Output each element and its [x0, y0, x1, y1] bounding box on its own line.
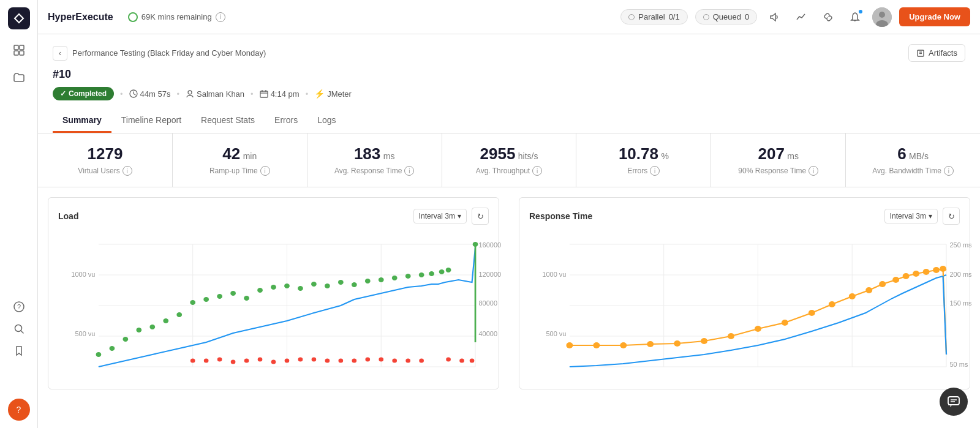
svg-point-53 [325, 283, 330, 288]
tab-request-stats[interactable]: Request Stats [191, 109, 265, 133]
stat-value-throughput: 2955 hits/s [480, 145, 538, 163]
svg-text:500 vu: 500 vu [75, 330, 95, 337]
stat-errors: 10.78 % Errors i [576, 133, 711, 187]
svg-text:50 ms: 50 ms [950, 361, 968, 367]
remaining-info-icon[interactable]: i [216, 12, 225, 22]
svg-point-84 [446, 358, 451, 362]
stats-row: 1279 Virtual Users i 42 min Ramp-up Time… [38, 133, 980, 187]
link-icon-btn[interactable] [818, 7, 838, 27]
load-chart-title: Load [58, 211, 78, 221]
chevron-down-icon: ▾ [458, 212, 461, 220]
status-circle-icon [128, 12, 138, 22]
clock-icon [129, 89, 138, 98]
svg-point-39 [136, 328, 141, 332]
svg-text:500 vu: 500 vu [546, 330, 566, 337]
sidebar-icon-folder[interactable] [8, 66, 30, 88]
response-refresh-button[interactable]: ↻ [943, 208, 960, 225]
checkmark-icon: ✓ [60, 89, 66, 98]
svg-point-83 [419, 359, 424, 363]
navbar-brand: HyperExecute [48, 12, 113, 23]
svg-point-52 [311, 282, 317, 287]
remaining-label: 69K mins remaining [141, 12, 212, 21]
parallel-value: 0/1 [669, 12, 680, 21]
avatar[interactable] [872, 7, 892, 27]
tab-logs[interactable]: Logs [307, 109, 345, 133]
stat-info-avg-response[interactable]: i [404, 166, 414, 176]
svg-rect-1 [14, 45, 18, 50]
sidebar-icon-bookmark[interactable] [8, 340, 30, 362]
stat-label-90-response: 90% Response Time i [738, 166, 818, 176]
charts-row: Load Interval 3m ▾ ↻ [38, 187, 980, 399]
tab-timeline-report[interactable]: Timeline Report [111, 109, 191, 133]
svg-point-77 [338, 359, 343, 363]
svg-point-86 [470, 359, 475, 363]
back-button[interactable]: ‹ [53, 46, 67, 61]
svg-text:?: ? [17, 303, 20, 310]
sidebar-icon-search[interactable] [8, 318, 30, 340]
chart-icon-btn[interactable] [791, 7, 811, 27]
meta-sep-4: • [306, 89, 309, 99]
response-chart-title: Response Time [529, 211, 592, 221]
user-icon [186, 89, 194, 98]
load-refresh-button[interactable]: ↻ [472, 208, 489, 225]
tool-meta: ⚡ JMeter [314, 89, 352, 99]
svg-point-37 [109, 346, 115, 351]
page-header: ‹ Performance Testing (Black Friday and … [38, 34, 980, 133]
load-chart-controls: Interval 3m ▾ ↻ [413, 208, 489, 225]
svg-point-46 [230, 291, 236, 296]
sidebar-icon-help[interactable]: ? [8, 296, 30, 318]
speaker-icon-btn[interactable] [764, 7, 784, 27]
stat-avg-response: 183 ms Avg. Response Time i [307, 133, 442, 187]
calendar-icon [260, 89, 268, 98]
sidebar-bottom: ? ? [8, 296, 30, 421]
stat-info-virtual-users[interactable]: i [123, 166, 132, 176]
svg-point-59 [405, 274, 411, 279]
breadcrumb: ‹ Performance Testing (Black Friday and … [53, 44, 965, 62]
svg-text:80000: 80000 [479, 299, 498, 306]
svg-text:1000 vu: 1000 vu [542, 271, 566, 277]
tab-errors[interactable]: Errors [265, 109, 307, 133]
stat-info-bandwidth[interactable]: i [944, 166, 954, 176]
stat-info-errors[interactable]: i [650, 166, 660, 176]
tab-summary[interactable]: Summary [53, 109, 111, 133]
tool-value: JMeter [327, 89, 352, 99]
chat-icon [947, 395, 960, 408]
upgrade-button[interactable]: Upgrade Now [899, 7, 970, 26]
artifacts-label: Artifacts [929, 48, 957, 58]
svg-point-48 [257, 288, 263, 293]
stat-info-throughput[interactable]: i [532, 166, 542, 176]
stat-value-errors: 10.78 % [619, 145, 669, 163]
svg-point-75 [312, 358, 317, 362]
sidebar-icon-grid[interactable] [8, 39, 30, 61]
stat-info-90-response[interactable]: i [809, 166, 818, 176]
svg-point-82 [405, 359, 410, 363]
status-badge: ✓ Completed [53, 87, 114, 100]
meta-sep-1: • [120, 89, 123, 99]
help-button[interactable]: ? [8, 399, 30, 421]
load-chart-svg: 1000 vu 500 vu 160000 120000 80000 40000 [58, 232, 489, 379]
queued-value: 0 [745, 12, 749, 21]
svg-point-47 [244, 296, 249, 301]
parallel-dot-icon [628, 14, 635, 20]
response-chart-svg-container: 1000 vu 500 vu 250 ms 200 ms 150 ms 50 m… [529, 232, 960, 379]
parallel-badge: Parallel 0/1 [620, 9, 687, 24]
chat-button[interactable] [940, 388, 968, 416]
response-interval-select[interactable]: Interval 3m ▾ [884, 209, 938, 223]
app-logo[interactable] [8, 7, 30, 29]
svg-point-67 [204, 359, 209, 363]
stat-info-rampup[interactable]: i [260, 166, 270, 176]
svg-point-65 [473, 242, 478, 247]
stat-bandwidth: 6 MB/s Avg. Bandwidth Time i [846, 133, 980, 187]
notification-icon-btn[interactable] [845, 7, 865, 27]
main-content: HyperExecute 69K mins remaining i Parall… [38, 0, 980, 428]
response-chart-controls: Interval 3m ▾ ↻ [884, 208, 960, 225]
stat-label-bandwidth: Avg. Bandwidth Time i [872, 166, 954, 176]
svg-point-62 [439, 269, 445, 274]
svg-point-51 [298, 286, 303, 291]
artifacts-button[interactable]: Artifacts [908, 44, 965, 62]
svg-text:160000: 160000 [479, 241, 502, 248]
load-chart: Load Interval 3m ▾ ↻ [48, 197, 499, 389]
job-meta: ✓ Completed • 44m 57s • [53, 87, 965, 100]
svg-rect-17 [260, 91, 268, 97]
load-interval-select[interactable]: Interval 3m ▾ [413, 209, 467, 223]
